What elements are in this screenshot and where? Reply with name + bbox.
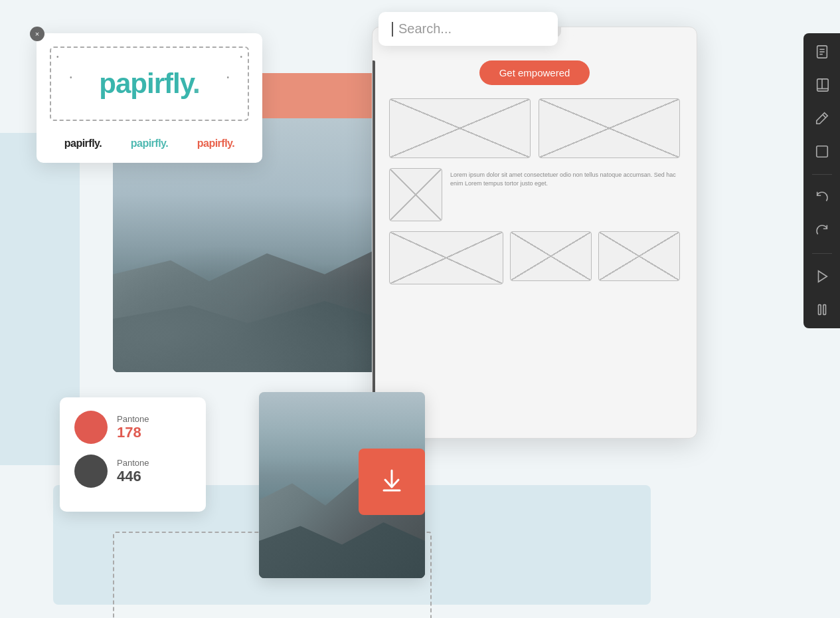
color-info-dark: Pantone 446 [117, 458, 149, 485]
undo-icon[interactable] [811, 187, 833, 208]
device-side-button [373, 60, 375, 406]
logo-editor-main: papirfly. • • [50, 47, 249, 121]
color-label-pantone-2: Pantone [117, 458, 149, 468]
logo-dot: . [193, 68, 200, 99]
svg-marker-8 [818, 271, 827, 282]
svg-rect-10 [823, 305, 825, 315]
svg-rect-9 [818, 305, 821, 315]
pencil-icon[interactable] [811, 108, 833, 129]
logo-variant-dark[interactable]: papirfly. [64, 138, 102, 150]
get-empowered-button[interactable]: Get empowered [479, 60, 590, 85]
wireframe-lorem-text: Lorem ipsum dolor sit amet consectetuer … [450, 168, 680, 187]
logo-variants: papirfly. papirfly. papirfly. [50, 134, 249, 150]
wireframe-panel: Get empowered Lorem ipsum dolor sit amet… [372, 27, 697, 439]
wireframe-image-placeholder-1 [389, 98, 531, 158]
logo-variant-coral[interactable]: papirfly. [197, 138, 235, 150]
square-icon[interactable] [811, 141, 833, 162]
pause-icon[interactable] [811, 299, 833, 320]
color-swatch-coral: Pantone 178 [74, 411, 191, 444]
logo-text-part1: papirfly [99, 68, 193, 99]
logo-main: papirfly. [64, 68, 234, 100]
color-label-pantone-1: Pantone [117, 414, 149, 424]
svg-rect-7 [816, 146, 827, 157]
toolbar [803, 33, 840, 328]
wireframe-bottom-row [389, 231, 680, 284]
wireframe-image-small [389, 168, 442, 221]
wireframe-images-row-1 [389, 98, 680, 158]
wireframe-image-bottom-2 [598, 231, 680, 281]
close-button[interactable]: × [30, 27, 44, 41]
wireframe-image-bottom-1 [510, 231, 592, 281]
toolbar-divider-2 [812, 253, 832, 254]
color-palette-card: Pantone 178 Pantone 446 [60, 397, 206, 512]
download-icon [378, 467, 405, 496]
redo-icon[interactable] [811, 220, 833, 241]
search-placeholder: Search... [398, 21, 452, 37]
document-icon[interactable] [811, 41, 833, 62]
wireframe-text-row: Lorem ipsum dolor sit amet consectetuer … [389, 168, 680, 221]
handle-bottom-right: • [226, 74, 229, 81]
color-info-coral: Pantone 178 [117, 414, 149, 441]
color-circle-coral [74, 411, 108, 444]
color-value-178: 178 [117, 424, 149, 441]
search-cursor [392, 22, 393, 37]
logo-variant-teal[interactable]: papirfly. [131, 138, 169, 150]
wireframe-content: Get empowered Lorem ipsum dolor sit amet… [373, 27, 697, 301]
search-bar[interactable]: Search... [378, 12, 558, 46]
download-button[interactable] [359, 449, 425, 515]
handle-bottom-left: • [70, 74, 72, 81]
book-icon[interactable] [811, 74, 833, 96]
color-circle-dark [74, 455, 108, 488]
svg-line-6 [822, 115, 825, 118]
play-icon[interactable] [811, 266, 833, 287]
logo-editor-card: × papirfly. • • papirfly. papirfly. papi… [37, 33, 262, 163]
color-value-446: 446 [117, 468, 149, 485]
wireframe-image-bottom-large [389, 231, 503, 284]
color-swatch-dark: Pantone 446 [74, 455, 191, 488]
toolbar-divider-1 [812, 174, 832, 175]
wireframe-image-placeholder-2 [539, 98, 680, 158]
